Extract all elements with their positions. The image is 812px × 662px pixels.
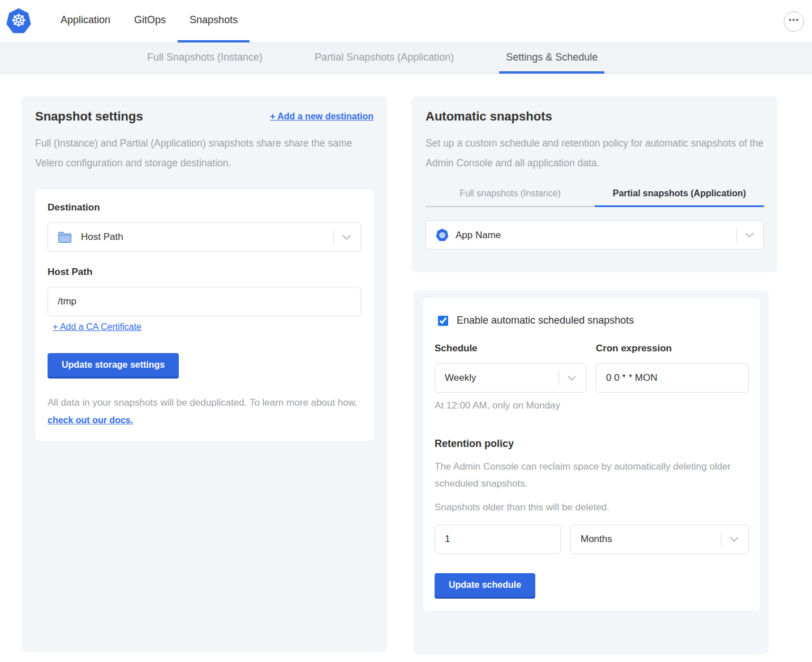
mini-tab-label: Full snapshots (Instance) bbox=[459, 188, 561, 198]
subnav-tab-label: Partial Snapshots (Application) bbox=[315, 51, 454, 63]
select-divider bbox=[721, 532, 721, 547]
left-column: Snapshot settings + Add a new destinatio… bbox=[22, 96, 387, 654]
nav-item-application[interactable]: Application bbox=[49, 0, 122, 42]
select-divider bbox=[558, 371, 559, 385]
storage-settings-panel: Destination Host Path Host Path bbox=[35, 190, 373, 441]
right-column: Automatic snapshots Set up a custom sche… bbox=[412, 96, 777, 654]
subnav-tab-label: Full Snapshots (Instance) bbox=[147, 51, 263, 63]
retention-count-input[interactable] bbox=[435, 525, 561, 554]
nav-item-gitops[interactable]: GitOps bbox=[122, 0, 178, 42]
dedup-note: All data in your snapshots will be dedup… bbox=[48, 394, 361, 429]
dedup-note-text: All data in your snapshots will be dedup… bbox=[48, 397, 358, 408]
nav-item-label: Snapshots bbox=[190, 14, 238, 26]
destination-label: Destination bbox=[48, 202, 361, 213]
folder-icon bbox=[58, 231, 72, 243]
snapshot-settings-card: Snapshot settings + Add a new destinatio… bbox=[22, 96, 387, 652]
tab-full-snapshots-instance[interactable]: Full Snapshots (Instance) bbox=[140, 43, 269, 74]
schedule-fields: Schedule Weekly At 12:00 AM, only on Mon… bbox=[435, 343, 749, 411]
nav-item-label: Application bbox=[61, 14, 110, 26]
retention-unit-select[interactable]: Months bbox=[570, 525, 749, 554]
retention-policy-title: Retention policy bbox=[435, 438, 749, 450]
add-ca-certificate-link[interactable]: + Add a CA Certificate bbox=[53, 322, 141, 332]
update-schedule-button[interactable]: Update schedule bbox=[435, 573, 535, 597]
select-divider bbox=[333, 230, 334, 244]
cron-readable-help: At 12:00 AM, only on Monday bbox=[435, 400, 586, 411]
chevron-down-icon bbox=[342, 235, 351, 240]
overflow-menu-button[interactable]: ••• bbox=[784, 11, 804, 32]
cron-field: Cron expression bbox=[596, 343, 749, 411]
automatic-snapshots-title: Automatic snapshots bbox=[426, 109, 764, 124]
nav-right-actions: ••• bbox=[784, 0, 812, 42]
destination-select[interactable]: Host Path bbox=[48, 222, 361, 252]
enable-snapshots-row: Enable automatic scheduled snapshots bbox=[438, 315, 749, 326]
ellipsis-icon: ••• bbox=[789, 15, 800, 24]
enable-snapshots-checkbox[interactable] bbox=[438, 316, 448, 326]
cron-expression-input[interactable] bbox=[596, 363, 749, 393]
app-select[interactable]: ☸ App Name bbox=[426, 221, 764, 250]
main-content: Snapshot settings + Add a new destinatio… bbox=[0, 74, 812, 662]
kubernetes-logo-icon: ☸ bbox=[6, 8, 32, 35]
app-kubernetes-icon: ☸ bbox=[436, 229, 449, 242]
retention-unit-value: Months bbox=[581, 534, 612, 545]
automatic-snapshots-description: Set up a custom schedule and retention p… bbox=[426, 134, 764, 173]
kubernetes-wheel-icon: ☸ bbox=[11, 12, 27, 29]
host-path-input[interactable] bbox=[48, 287, 361, 316]
retention-fields: Months bbox=[435, 525, 749, 554]
tab-partial-snapshots-application[interactable]: Partial Snapshots (Application) bbox=[308, 43, 461, 74]
automatic-snapshots-card: Automatic snapshots Set up a custom sche… bbox=[412, 96, 777, 272]
chevron-down-icon bbox=[745, 233, 754, 238]
snapshots-settings-page: ☸ Application GitOps Snapshots ••• Full … bbox=[0, 0, 812, 662]
select-divider bbox=[736, 228, 737, 243]
chevron-down-icon bbox=[568, 376, 576, 381]
snapshot-settings-title: Snapshot settings bbox=[35, 109, 143, 124]
snapshot-type-tabs: Full snapshots (Instance) Partial snapsh… bbox=[426, 188, 764, 207]
enable-snapshots-label[interactable]: Enable automatic scheduled snapshots bbox=[457, 315, 634, 326]
retention-help: Snapshots older than this will be delete… bbox=[435, 502, 749, 513]
schedule-label: Schedule bbox=[435, 343, 586, 354]
retention-policy-description: The Admin Console can reclaim space by a… bbox=[435, 458, 749, 492]
tab-partial-snapshots[interactable]: Partial snapshots (Application) bbox=[595, 188, 764, 207]
host-path-label: Host Path bbox=[48, 266, 361, 278]
subnav-tab-label: Settings & Schedule bbox=[506, 51, 598, 63]
mini-tab-label: Partial snapshots (Application) bbox=[613, 188, 746, 198]
update-storage-settings-button[interactable]: Update storage settings bbox=[48, 353, 179, 377]
schedule-card: Enable automatic scheduled snapshots Sch… bbox=[414, 290, 769, 654]
tab-settings-schedule[interactable]: Settings & Schedule bbox=[499, 43, 604, 74]
schedule-field: Schedule Weekly At 12:00 AM, only on Mon… bbox=[435, 343, 586, 411]
ca-certificate-row: + Add a CA Certificate bbox=[53, 322, 361, 332]
chevron-down-icon bbox=[730, 537, 738, 542]
nav-item-label: GitOps bbox=[134, 14, 166, 26]
cron-expression-label: Cron expression bbox=[596, 343, 749, 354]
app-logo[interactable]: ☸ bbox=[6, 0, 32, 42]
schedule-interval-select[interactable]: Weekly bbox=[435, 363, 586, 393]
nav-item-snapshots[interactable]: Snapshots bbox=[178, 0, 250, 42]
kubernetes-wheel-icon: ☸ bbox=[439, 231, 446, 239]
app-select-value: App Name bbox=[456, 230, 501, 241]
tab-full-snapshots[interactable]: Full snapshots (Instance) bbox=[426, 188, 595, 207]
snapshots-subnav: Full Snapshots (Instance) Partial Snapsh… bbox=[0, 42, 812, 74]
add-new-destination-link[interactable]: + Add a new destination bbox=[270, 111, 373, 122]
top-navigation: ☸ Application GitOps Snapshots ••• bbox=[0, 0, 812, 42]
snapshot-settings-header: Snapshot settings + Add a new destinatio… bbox=[35, 109, 373, 124]
snapshot-settings-description: Full (Instance) and Partial (Application… bbox=[35, 134, 373, 173]
docs-link[interactable]: check out our docs. bbox=[48, 415, 133, 425]
schedule-panel: Enable automatic scheduled snapshots Sch… bbox=[423, 298, 760, 611]
destination-value: Host Path bbox=[81, 231, 123, 243]
schedule-interval-value: Weekly bbox=[445, 372, 476, 384]
